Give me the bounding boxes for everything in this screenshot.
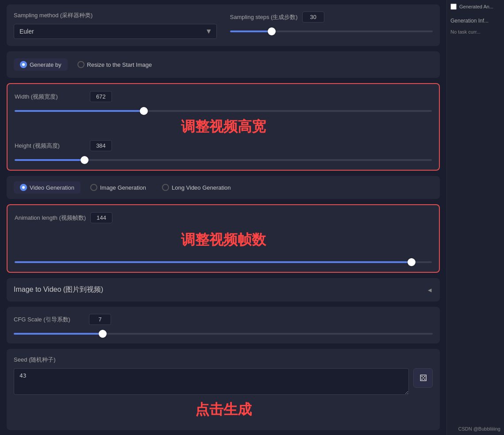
- gen-info-text: No task curr...: [450, 29, 500, 34]
- image-to-video-collapse-button[interactable]: ◄: [427, 286, 433, 294]
- image-to-video-row: Image to Video (图片到视频) ◄: [14, 285, 433, 294]
- video-gen-dot: [20, 184, 27, 191]
- seed-textarea[interactable]: 43: [14, 368, 409, 395]
- cfg-scale-value[interactable]: 7: [89, 314, 111, 325]
- width-row: Width (视频宽度) 672: [15, 91, 432, 102]
- seed-annotation: 点击生成: [14, 397, 433, 423]
- main-panel: Sampling method (采样器种类) Euler DPM++ DDIM…: [0, 0, 446, 435]
- resize-label: Resize to the Start Image: [87, 61, 152, 68]
- cfg-scale-slider-container: [14, 328, 433, 336]
- sampling-method-label: Sampling method (采样器种类): [14, 11, 217, 19]
- resize-to-start-option[interactable]: Resize to the Start Image: [71, 58, 158, 71]
- seed-label: Seed (随机种子): [14, 356, 433, 364]
- generate-by-label: Generate by: [30, 61, 62, 68]
- seed-row: 43 ⚄: [14, 368, 433, 397]
- sampling-method-select[interactable]: Euler DPM++ DDIM: [14, 24, 217, 39]
- width-label: Width (视频宽度): [15, 93, 85, 101]
- generated-an-label: Generated An...: [459, 4, 493, 9]
- sampling-steps-section: Sampling steps (生成步数) 30: [230, 11, 433, 34]
- animation-slider[interactable]: [15, 261, 432, 263]
- generation-type-tabs: Video Generation Image Generation Long V…: [14, 181, 433, 194]
- long-video-label: Long Video Generation: [172, 184, 231, 191]
- height-slider-container: [15, 155, 432, 163]
- width-value[interactable]: 672: [90, 91, 112, 102]
- image-generation-tab[interactable]: Image Generation: [84, 181, 152, 194]
- seed-input-wrapper: 43: [14, 368, 409, 397]
- dice-button[interactable]: ⚄: [413, 368, 433, 388]
- animation-slider-container: [15, 257, 432, 265]
- sampling-steps-value[interactable]: 30: [302, 11, 324, 23]
- sampling-steps-slider[interactable]: [230, 31, 433, 32]
- animation-label: Animation length (视频帧数): [15, 214, 86, 222]
- generated-an-checkbox[interactable]: [450, 4, 457, 10]
- image-gen-dot: [90, 184, 97, 191]
- cfg-scale-card: CFG Scale (引导系数) 7: [7, 307, 440, 343]
- generate-by-option[interactable]: Generate by: [14, 58, 68, 71]
- dimensions-card: Width (视频宽度) 672 调整视频高宽 Height (视频高度) 38…: [7, 83, 440, 171]
- generated-an-row: Generated An...: [450, 4, 500, 10]
- sampling-steps-header: Sampling steps (生成步数) 30: [230, 11, 433, 23]
- width-annotation: 调整视频高宽: [15, 114, 432, 140]
- height-slider[interactable]: [15, 159, 432, 161]
- animation-card: Animation length (视频帧数) 144 调整视频帧数: [7, 204, 440, 273]
- animation-annotation: 调整视频帧数: [15, 227, 432, 253]
- seed-card: Seed (随机种子) 43 ⚄ 点击生成: [7, 349, 440, 430]
- height-value[interactable]: 384: [90, 140, 112, 151]
- height-row: Height (视频高度) 384: [15, 140, 432, 151]
- animation-value[interactable]: 144: [90, 212, 112, 223]
- sampling-method-select-wrapper: Euler DPM++ DDIM ▼: [14, 24, 217, 39]
- height-label: Height (视频高度): [15, 142, 85, 150]
- long-video-generation-tab[interactable]: Long Video Generation: [156, 181, 237, 194]
- cfg-scale-slider[interactable]: [14, 333, 433, 335]
- video-generation-tab[interactable]: Video Generation: [14, 181, 81, 194]
- resize-radio-dot: [77, 61, 85, 68]
- cfg-scale-row: CFG Scale (引导系数) 7: [14, 314, 433, 325]
- animation-row: Animation length (视频帧数) 144: [15, 212, 432, 223]
- sampling-steps-slider-container: [230, 26, 433, 34]
- video-gen-label: Video Generation: [30, 184, 74, 191]
- generation-tabs-card: Video Generation Image Generation Long V…: [7, 176, 440, 199]
- gen-info-label: Generation Inf...: [450, 18, 500, 24]
- width-slider[interactable]: [15, 110, 432, 112]
- width-slider-container: [15, 106, 432, 114]
- image-to-video-card: Image to Video (图片到视频) ◄: [7, 278, 440, 301]
- image-gen-label: Image Generation: [100, 184, 146, 191]
- generate-by-card: Generate by Resize to the Start Image: [7, 51, 440, 78]
- image-to-video-label: Image to Video (图片到视频): [14, 285, 103, 294]
- sampling-card: Sampling method (采样器种类) Euler DPM++ DDIM…: [7, 4, 440, 46]
- long-video-dot: [162, 184, 169, 191]
- sampling-steps-label: Sampling steps (生成步数): [230, 13, 298, 21]
- generate-by-radio-dot: [20, 61, 27, 68]
- generate-by-radio-group: Generate by Resize to the Start Image: [14, 58, 433, 71]
- watermark: CSDN @Bubbliiiing: [458, 426, 500, 431]
- sampling-method-section: Sampling method (采样器种类) Euler DPM++ DDIM…: [14, 11, 217, 39]
- cfg-scale-label: CFG Scale (引导系数): [14, 316, 85, 324]
- side-panel: Generated An... Generation Inf... No tas…: [446, 0, 504, 435]
